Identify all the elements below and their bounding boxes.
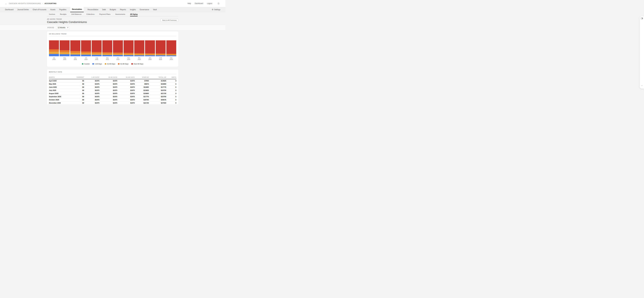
bar-segment-over-90-days bbox=[92, 40, 102, 52]
stacked-bar bbox=[60, 40, 70, 56]
bar-label-year: 2026 bbox=[156, 59, 166, 60]
cell-value: $1975 bbox=[84, 89, 99, 92]
tab-insights[interactable]: Insights bbox=[130, 7, 136, 12]
table-row: May 2025$0$1975$1975$1975$9875$158003 bbox=[49, 82, 176, 86]
bar-label-year: 2025 bbox=[92, 59, 102, 60]
subtab-assessments[interactable]: Assessments bbox=[116, 12, 125, 16]
bar-segment-31-60-days bbox=[145, 54, 155, 55]
settings-label: Settings bbox=[214, 9, 220, 11]
stacked-bar bbox=[145, 40, 155, 56]
bar-segment-over-90-days bbox=[134, 40, 144, 53]
tab-debt[interactable]: Debt bbox=[102, 7, 106, 12]
bar-segment-1-30-days bbox=[124, 55, 134, 56]
bar-label-month: Aug bbox=[92, 57, 102, 59]
back-to-ar-summary-button[interactable]: Back to AR Summary bbox=[161, 19, 178, 22]
cell-month: September 2025 bbox=[49, 95, 72, 98]
breadcrumb-current: ACCOUNTING bbox=[44, 2, 57, 4]
bar-column-apr-2025: Apr2025 bbox=[49, 40, 59, 60]
cell-value: $11850 bbox=[135, 86, 149, 89]
tab-budgets[interactable]: Budgets bbox=[110, 7, 116, 12]
cell-value: $0 bbox=[72, 92, 84, 95]
tab-journal-entries[interactable]: Journal Entries bbox=[18, 7, 29, 12]
subtab-ar-aging[interactable]: AR Aging bbox=[130, 12, 138, 16]
bar-segment-1-30-days bbox=[145, 55, 155, 56]
tab-governance[interactable]: Governance bbox=[140, 7, 149, 12]
legend-item-31-60-days: 31-60 Days bbox=[105, 63, 115, 65]
cell-value: $19750 bbox=[149, 89, 166, 92]
bar-label-year: 2025 bbox=[134, 59, 144, 60]
legend-item-61-90-days: 61-90 Days bbox=[118, 63, 128, 65]
bar-segment-1-30-days bbox=[134, 55, 144, 56]
table-row: October 2025$0$1975$1975$1975$19750$2567… bbox=[49, 98, 176, 101]
bar-segment-over-90-days bbox=[145, 40, 155, 53]
period-toolbar: PERIOD 12 Months bbox=[0, 25, 226, 30]
bar-segment-31-60-days bbox=[70, 53, 80, 54]
notifications-bell-icon[interactable] bbox=[218, 2, 220, 4]
cell-value: $1975 bbox=[84, 86, 99, 89]
col-header-over-90: OVER 90 bbox=[135, 75, 149, 79]
stacked-bar bbox=[92, 40, 102, 56]
period-select[interactable]: 12 Months bbox=[56, 26, 70, 29]
bar-label-month: Mar bbox=[166, 57, 176, 59]
tab-vault[interactable]: Vault bbox=[153, 7, 157, 12]
stacked-bar bbox=[70, 40, 80, 56]
col-header-current: CURRENT bbox=[72, 75, 84, 79]
bar-segment-1-30-days bbox=[70, 55, 80, 56]
cell-value: $1975 bbox=[117, 89, 135, 92]
bar-segment-31-60-days bbox=[60, 52, 70, 54]
bar-segment-61-90-days bbox=[124, 53, 134, 54]
tab-payables[interactable]: Payables bbox=[59, 7, 66, 12]
tab-dashboard[interactable]: Dashboard bbox=[5, 7, 14, 12]
topbar-link-logout[interactable]: Logout bbox=[207, 2, 212, 4]
bar-segment-1-30-days bbox=[156, 55, 166, 56]
tab-reports[interactable]: Reports bbox=[120, 7, 126, 12]
cell-value: $1975 bbox=[84, 92, 99, 95]
topbar-link-dashboard[interactable]: Dashboard bbox=[195, 2, 203, 4]
bar-segment-31-60-days bbox=[49, 52, 59, 54]
tab-chart-of-accounts[interactable]: Chart of Accounts bbox=[33, 7, 46, 12]
table-row: September 2025$0$1975$1975$1975$17775$23… bbox=[49, 95, 176, 98]
cell-value: $0 bbox=[72, 95, 84, 98]
bar-category-label: Feb2026 bbox=[156, 57, 166, 60]
bar-segment-61-90-days bbox=[60, 50, 70, 52]
cell-value: 3 bbox=[166, 86, 176, 89]
topbar-link-help[interactable]: Help bbox=[188, 2, 191, 4]
subtab-payment-plans[interactable]: Payment Plans bbox=[99, 12, 110, 16]
back-arrow-icon[interactable]: ← bbox=[5, 2, 7, 4]
tab-receivables[interactable]: Receivables bbox=[70, 7, 84, 12]
subtab-unit-balances[interactable]: Unit Balances bbox=[71, 12, 82, 16]
legend-swatch bbox=[82, 63, 84, 65]
bar-segment-over-90-days bbox=[102, 40, 112, 52]
stacked-bar bbox=[124, 40, 134, 56]
bar-label-month: Jan bbox=[145, 57, 155, 59]
cell-value: $1975 bbox=[84, 101, 99, 104]
bar-segment-1-30-days bbox=[49, 54, 59, 56]
bar-column-dec-2025: Dec2025 bbox=[134, 40, 144, 60]
cell-value: 3 bbox=[166, 89, 176, 92]
subtab-collections[interactable]: Collections bbox=[86, 12, 94, 16]
tab-assets[interactable]: Assets bbox=[50, 7, 55, 12]
table-header-row: MONTHCURRENT1-30 DAYS31-60 DAYS61-90 DAY… bbox=[49, 75, 176, 79]
period-label: PERIOD bbox=[48, 27, 54, 28]
cell-month: August 2025 bbox=[49, 92, 72, 95]
settings-button[interactable]: ⚙ Settings bbox=[212, 7, 220, 12]
subtab-receipts[interactable]: Receipts bbox=[60, 12, 66, 16]
cell-value: $1975 bbox=[117, 82, 135, 86]
subtab-invoices[interactable]: Invoices bbox=[49, 12, 55, 16]
cell-month: October 2025 bbox=[49, 98, 72, 101]
breadcrumb-parent[interactable]: CASCADE HEIGHTS CONDOMINIUMS bbox=[9, 2, 41, 4]
cell-value: $17775 bbox=[149, 86, 166, 89]
legend-label: 61-90 Days bbox=[120, 63, 128, 65]
stacked-bar bbox=[113, 40, 123, 56]
cell-value: $1975 bbox=[117, 98, 135, 101]
bar-segment-61-90-days bbox=[81, 51, 91, 53]
stacked-bar bbox=[166, 40, 176, 56]
stacked-bar bbox=[49, 40, 59, 56]
bar-segment-over-90-days bbox=[81, 40, 91, 51]
bar-label-year: 2025 bbox=[81, 59, 91, 60]
cell-month: April 2025 bbox=[49, 79, 72, 82]
cell-value: $25675 bbox=[149, 98, 166, 101]
tab-reconciliation[interactable]: Reconciliation bbox=[88, 7, 98, 12]
bar-column-feb-2026: Feb2026 bbox=[156, 40, 166, 60]
bar-column-jun-2025: Jun2025 bbox=[70, 40, 80, 60]
